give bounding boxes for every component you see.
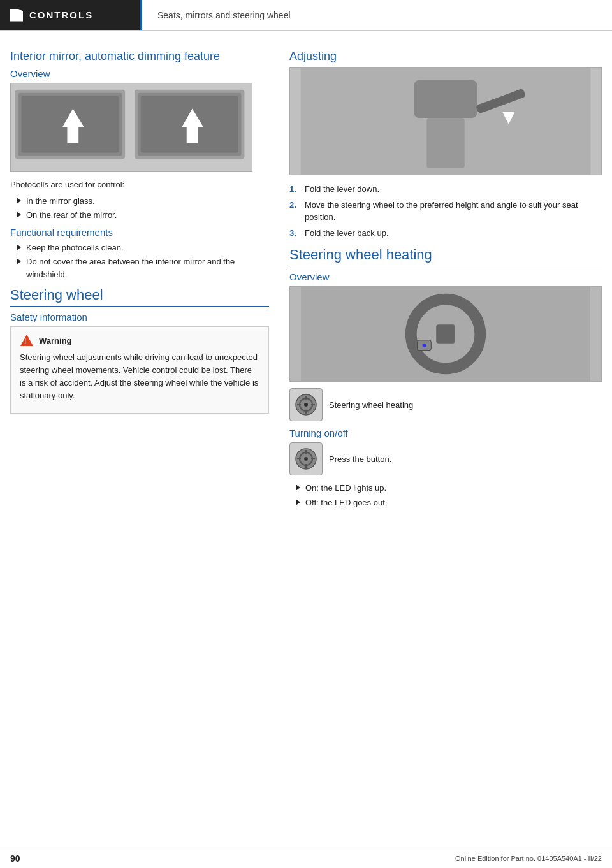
bullet-item: In the mirror glass. [17,195,269,208]
press-text: Press the button. [329,454,391,464]
safety-info-heading: Safety information [10,312,269,322]
controls-label: CONTROLS [29,10,93,20]
header-controls-section: CONTROLS [0,0,140,30]
svg-point-33 [304,457,308,461]
photocells-text: Photocells are used for control: [10,178,269,191]
svg-point-26 [304,403,308,407]
step-item: 2. Move the steering wheel to the prefer… [289,199,602,224]
adjusting-steps: 1. Fold the lever down. 2. Move the stee… [289,183,602,239]
warning-label-text: Warning [39,336,72,345]
warning-body-text: Steering wheel adjustments while driving… [20,351,259,403]
off-bullet: Off: the LED goes out. [296,496,602,509]
bullet-item: Do not cover the area between the interi… [17,256,269,280]
page-number: 90 [10,853,20,864]
overview-label-right: Overview [289,271,602,282]
main-content: Interior mirror, automatic dimming featu… [0,31,612,512]
triangle-shape [20,335,33,346]
svg-rect-12 [426,118,464,168]
press-button-row: Press the button. [289,442,602,475]
page-header: CONTROLS Seats, mirrors and steering whe… [0,0,612,31]
step-item: 3. Fold the lever back up. [289,227,602,240]
sw-heating-desc-row: Steering wheel heating [289,388,602,421]
interior-mirror-heading: Interior mirror, automatic dimming featu… [10,50,269,63]
right-column: Adjusting 1. Fold the lever down. 2. Mo [284,43,602,512]
bullet-arrow-icon [296,484,300,491]
header-subtitle-text: Seats, mirrors and steering wheel [157,10,291,20]
book-icon [10,9,23,22]
on-bullet: On: the LED lights up. [296,482,602,495]
bullet-arrow-icon [296,499,300,505]
footer-online-text: Online Edition for Part no. 01405A540A1 … [455,855,602,862]
turning-onoff-heading: Turning on/off [289,428,602,438]
adjusting-heading: Adjusting [289,50,602,63]
page-footer: 90 Online Edition for Part no. 01405A540… [0,848,612,868]
bullets-list-1: In the mirror glass. On the rear of the … [10,195,269,222]
svg-rect-17 [436,324,455,344]
overview-label-left: Overview [10,68,269,79]
bullet-arrow-icon [17,258,21,264]
bullet-item: On the rear of the mirror. [17,209,269,222]
adjusting-image [289,67,602,175]
warning-box: Warning Steering wheel adjustments while… [10,326,269,414]
bullet-arrow-icon [17,198,21,204]
mirror-image [10,83,252,172]
svg-point-19 [422,344,426,347]
svg-rect-9 [187,127,198,143]
sw-heating-button-icon [289,388,323,421]
bullets-list-2: Keep the photocells clean. Do not cover … [10,242,269,281]
left-column: Interior mirror, automatic dimming featu… [10,43,284,512]
svg-rect-11 [414,80,477,118]
warning-header: Warning [20,333,259,347]
step-item: 1. Fold the lever down. [289,183,602,196]
bullet-arrow-icon [17,212,21,218]
warning-triangle-icon [20,333,34,347]
bullet-arrow-icon [17,244,21,250]
sw-heating-desc-text: Steering wheel heating [329,400,413,410]
bullet-item: Keep the photocells clean. [17,242,269,254]
on-off-list: On: the LED lights up. Off: the LED goes… [289,482,602,509]
steering-wheel-heading: Steering wheel [10,287,269,307]
sw-press-button-icon [289,442,323,475]
svg-rect-4 [67,127,78,143]
functional-req-heading: Functional requirements [10,227,269,238]
header-subtitle: Seats, mirrors and steering wheel [140,0,612,30]
sw-heating-heading: Steering wheel heating [289,247,602,266]
sw-heating-image [289,286,602,382]
